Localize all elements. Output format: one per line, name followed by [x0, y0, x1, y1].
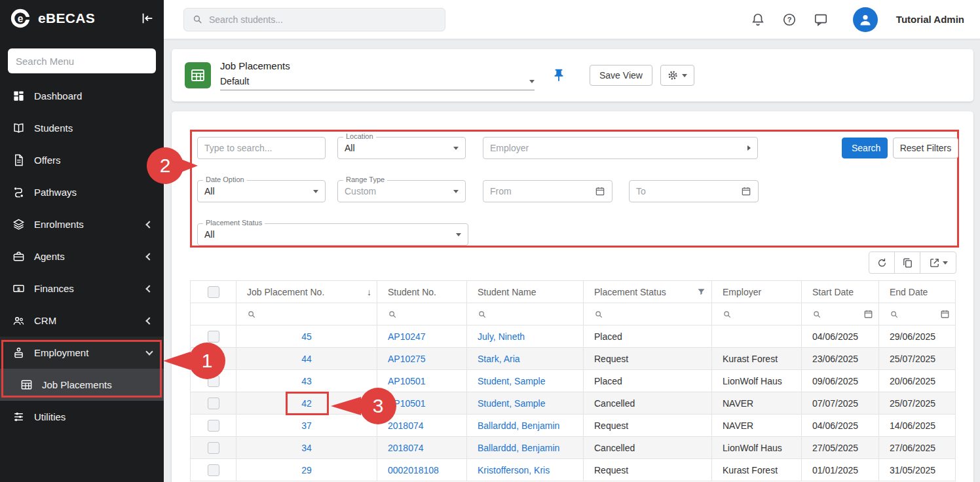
- sidebar-item-label: Dashboard: [34, 90, 82, 102]
- column-chooser-button[interactable]: [894, 251, 920, 274]
- location-select[interactable]: Location All: [337, 137, 466, 159]
- row-checkbox[interactable]: [208, 420, 219, 432]
- notifications-bell-icon[interactable]: [751, 12, 765, 27]
- offers-icon: [12, 154, 25, 166]
- student-name-link[interactable]: Ballarddd, Benjamin: [478, 443, 559, 453]
- sort-desc-icon[interactable]: ↓: [367, 287, 371, 297]
- sidebar-item-pathways[interactable]: Pathways: [0, 176, 164, 208]
- student-name-link[interactable]: Kristofferson, Kris: [478, 465, 550, 475]
- sidebar-item-utilities[interactable]: Utilities: [0, 401, 164, 433]
- filter-cell-student-name[interactable]: [467, 303, 584, 325]
- student-no-link[interactable]: 0002018108: [388, 465, 439, 475]
- to-date-field[interactable]: [629, 180, 759, 202]
- sidebar-item-employment[interactable]: Employment: [0, 337, 164, 369]
- pin-view-icon[interactable]: [552, 68, 566, 83]
- chevron-down-icon: [145, 348, 153, 355]
- help-icon[interactable]: [782, 12, 797, 27]
- job-placement-no-link[interactable]: 43: [301, 376, 312, 386]
- start-date-cell: 01/01/2025: [802, 459, 879, 481]
- column-header-placement-status[interactable]: Placement Status: [584, 281, 712, 303]
- job-placement-no-link[interactable]: 29: [301, 465, 312, 475]
- select-all-checkbox[interactable]: [208, 286, 219, 298]
- row-checkbox[interactable]: [208, 398, 219, 409]
- refresh-button[interactable]: [869, 251, 895, 274]
- student-no-link[interactable]: AP10275: [388, 354, 426, 364]
- filter-cell-start-date[interactable]: [802, 303, 879, 325]
- sidebar-item-enrolments[interactable]: Enrolments: [0, 208, 164, 240]
- user-avatar[interactable]: [853, 7, 878, 32]
- student-name-cell: Student, Sample: [467, 392, 584, 415]
- column-header-job-placement-no[interactable]: Job Placement No.↓: [236, 281, 377, 303]
- student-no-link[interactable]: 2018074: [388, 443, 424, 453]
- calendar-icon[interactable]: [940, 309, 950, 319]
- filter-cell-job-placement-no[interactable]: [236, 303, 377, 325]
- employer-input[interactable]: [490, 143, 747, 153]
- row-checkbox[interactable]: [208, 331, 219, 343]
- job-placement-no-link[interactable]: 44: [301, 354, 312, 364]
- chat-icon[interactable]: [814, 12, 828, 27]
- filter-cell-placement-status[interactable]: [584, 303, 712, 325]
- employer-cell: [712, 325, 802, 348]
- app-window: eBECAS Dashboard Students Offers Pathway…: [0, 0, 980, 482]
- student-name-link[interactable]: Student, Sample: [478, 376, 546, 386]
- save-view-button[interactable]: Save View: [590, 65, 652, 86]
- student-no-cell: AP10501: [377, 370, 467, 392]
- student-name-link[interactable]: Stark, Aria: [478, 354, 520, 364]
- export-button[interactable]: [920, 251, 956, 274]
- calendar-icon[interactable]: [863, 309, 873, 319]
- job-placement-no-link[interactable]: 45: [301, 331, 312, 342]
- sidebar-item-dashboard[interactable]: Dashboard: [0, 80, 164, 112]
- date-option-select[interactable]: Date Option All: [197, 180, 326, 202]
- sidebar-item-offers[interactable]: Offers: [0, 144, 164, 176]
- to-date-input[interactable]: [636, 186, 741, 196]
- view-selector[interactable]: Default: [220, 76, 535, 90]
- placement-status-select[interactable]: Placement Status All: [197, 223, 468, 246]
- sidebar-item-students[interactable]: Students: [0, 112, 164, 144]
- sidebar-item-finances[interactable]: Finances: [0, 272, 164, 305]
- student-no-link[interactable]: 2018074: [388, 420, 424, 431]
- filter-search-input[interactable]: [204, 143, 318, 153]
- student-name-link[interactable]: Student, Sample: [478, 398, 546, 409]
- view-settings-button[interactable]: [660, 65, 694, 86]
- search-button[interactable]: Search: [842, 138, 888, 158]
- sidebar-item-label: CRM: [34, 315, 56, 326]
- student-no-link[interactable]: AP10247: [388, 331, 426, 342]
- sidebar-item-crm[interactable]: CRM: [0, 305, 164, 337]
- student-name-link[interactable]: July, Nineth: [478, 331, 525, 342]
- column-header-start-date[interactable]: Start Date: [802, 281, 879, 303]
- range-type-select[interactable]: Range Type Custom: [337, 180, 466, 202]
- employer-field[interactable]: [483, 137, 758, 159]
- column-header-student-no[interactable]: Student No.: [377, 281, 467, 303]
- sidebar-item-job-placements[interactable]: Job Placements: [0, 369, 164, 401]
- student-no-link[interactable]: AP10501: [388, 376, 426, 386]
- job-placement-no-link[interactable]: 34: [301, 443, 312, 453]
- filter-cell-employer[interactable]: [712, 303, 802, 325]
- job-placement-no-link[interactable]: 42: [301, 398, 312, 409]
- from-date-input[interactable]: [490, 186, 595, 196]
- sidebar-item-agents[interactable]: Agents: [0, 240, 164, 272]
- dropdown-arrow-icon: [453, 147, 459, 150]
- column-header-employer[interactable]: Employer: [712, 281, 802, 303]
- menu-search-input[interactable]: [8, 48, 156, 73]
- placement-status-cell: Request: [584, 459, 712, 481]
- column-header-end-date[interactable]: End Date: [879, 281, 956, 303]
- job-placement-no-link[interactable]: 37: [301, 420, 312, 431]
- row-select-cell: [191, 392, 236, 415]
- student-search-box[interactable]: [183, 8, 445, 31]
- search-icon: [388, 310, 461, 319]
- from-date-field[interactable]: [483, 180, 612, 202]
- filter-funnel-icon[interactable]: [696, 287, 706, 297]
- filter-cell-end-date[interactable]: [879, 303, 956, 325]
- calendar-icon[interactable]: [595, 186, 605, 196]
- job-placement-no-cell: 43: [236, 370, 377, 392]
- sidebar-collapse-button[interactable]: [140, 11, 155, 26]
- student-search-input[interactable]: [209, 14, 437, 25]
- filter-search-field[interactable]: [197, 137, 326, 159]
- row-checkbox[interactable]: [208, 464, 219, 476]
- column-header-student-name[interactable]: Student Name: [467, 281, 584, 303]
- student-name-link[interactable]: Ballarddd, Benjamin: [478, 420, 559, 431]
- reset-filters-button[interactable]: Reset Filters: [893, 138, 958, 158]
- calendar-icon[interactable]: [741, 186, 751, 196]
- filter-cell-student-no[interactable]: [377, 303, 467, 325]
- row-checkbox[interactable]: [208, 442, 219, 454]
